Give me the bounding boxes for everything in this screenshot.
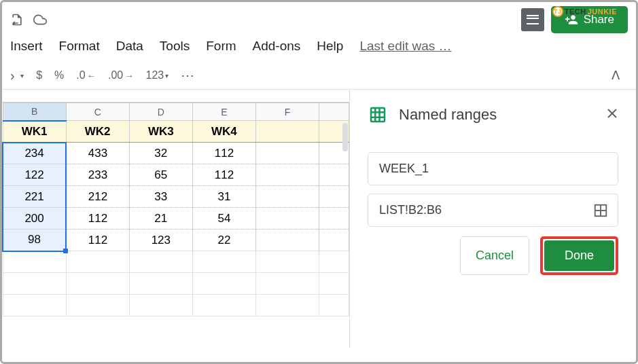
selection-handle[interactable]: [63, 249, 68, 253]
done-highlight: Done: [540, 236, 618, 275]
cell-f3[interactable]: [256, 164, 319, 186]
named-ranges-panel: Named ranges Cancel Done: [349, 90, 636, 348]
cancel-button[interactable]: Cancel: [460, 236, 529, 275]
cell-c5[interactable]: 112: [66, 208, 129, 230]
comment-history-button[interactable]: [521, 8, 544, 31]
toolbar-collapse-button[interactable]: ᐱ: [612, 68, 628, 83]
range-ref-input[interactable]: [378, 202, 593, 218]
range-ref-field[interactable]: [368, 194, 618, 227]
data-row-1: 234 433 32 112: [3, 143, 349, 164]
watermark-text-a: TECH: [565, 7, 586, 16]
watermark-logo: TJ TECHJUNKIE: [552, 6, 617, 17]
increase-decimal-button[interactable]: .00→: [108, 69, 134, 81]
cell-d3[interactable]: 65: [129, 164, 192, 186]
cloud-status-icon[interactable]: [32, 13, 48, 26]
cell-b5[interactable]: 200: [3, 208, 66, 230]
col-header-d[interactable]: D: [129, 103, 192, 121]
main-area: B C D E F WK1 WK2 WK3 WK4 234 433 32 112: [2, 90, 636, 348]
cell-b4[interactable]: 221: [3, 186, 66, 208]
watermark-text-b: JUNKIE: [588, 7, 617, 16]
number-format-dropdown[interactable]: 123▾: [146, 69, 169, 81]
decrease-decimal-button[interactable]: .0←: [76, 69, 96, 81]
cell-g3[interactable]: [319, 164, 349, 186]
col-header-c[interactable]: C: [66, 103, 129, 121]
col-header-b[interactable]: B: [3, 103, 66, 121]
done-button[interactable]: Done: [544, 240, 614, 271]
cell-c4[interactable]: 212: [66, 186, 129, 208]
cell-c3[interactable]: 233: [66, 164, 129, 186]
last-edit-link[interactable]: Last edit was …: [359, 39, 451, 54]
range-name-input[interactable]: [378, 161, 608, 177]
menu-format[interactable]: Format: [59, 39, 100, 54]
panel-buttons: Cancel Done: [368, 236, 618, 275]
menu-bar: Insert Format Data Tools Form Add-ons He…: [2, 33, 636, 62]
cell-b6[interactable]: 98: [3, 230, 66, 251]
column-header-row: B C D E F: [3, 103, 349, 121]
data-row-2: 122 233 65 112: [3, 164, 349, 186]
data-header-row: WK1 WK2 WK3 WK4: [3, 121, 349, 143]
toolbar-more-button[interactable]: ⋯: [181, 67, 196, 84]
data-row-3: 221 212 33 31: [3, 186, 349, 208]
close-panel-button[interactable]: [606, 106, 618, 124]
cell-f6[interactable]: [256, 230, 319, 251]
cell-f1[interactable]: [256, 121, 319, 143]
data-row-4: 200 112 21 54: [3, 208, 349, 230]
toolbar: › ▾ $ % .0← .00→ 123▾ ⋯ ᐱ: [2, 62, 636, 90]
cell-d2[interactable]: 32: [129, 143, 192, 164]
cell-e3[interactable]: 112: [192, 164, 255, 186]
cell-d6[interactable]: 123: [129, 230, 192, 251]
menu-data[interactable]: Data: [116, 39, 143, 54]
cell-g6[interactable]: [319, 230, 349, 251]
cell-d1[interactable]: WK3: [129, 121, 192, 143]
menu-insert[interactable]: Insert: [10, 39, 43, 54]
cell-b1[interactable]: WK1: [3, 121, 66, 143]
cell-c6[interactable]: 112: [66, 230, 129, 251]
cell-d4[interactable]: 33: [129, 186, 192, 208]
cell-g5[interactable]: [319, 208, 349, 230]
menu-help[interactable]: Help: [317, 39, 343, 54]
panel-title: Named ranges: [399, 106, 497, 124]
blank-row-1: [3, 251, 349, 273]
cell-e4[interactable]: 31: [192, 186, 255, 208]
cell-c1[interactable]: WK2: [66, 121, 129, 143]
close-icon: [606, 107, 618, 120]
cell-c2[interactable]: 433: [66, 143, 129, 164]
col-header-blank[interactable]: [319, 103, 349, 121]
cell-g4[interactable]: [319, 186, 349, 208]
blank-row-2: [3, 273, 349, 295]
titlebar: Share: [2, 2, 636, 33]
watermark-badge: TJ: [552, 6, 563, 17]
cell-d5[interactable]: 21: [129, 208, 192, 230]
cell-b2[interactable]: 234: [3, 143, 66, 164]
toolbar-dropdown[interactable]: › ▾: [10, 68, 24, 84]
cell-e5[interactable]: 54: [192, 208, 255, 230]
sheets-icon: [368, 105, 388, 125]
col-header-f[interactable]: F: [256, 103, 319, 121]
menu-tools[interactable]: Tools: [160, 39, 190, 54]
cell-f5[interactable]: [256, 208, 319, 230]
blank-row-3: [3, 295, 349, 316]
select-range-icon[interactable]: [593, 203, 608, 218]
cell-b3[interactable]: 122: [3, 164, 66, 186]
spreadsheet-grid[interactable]: B C D E F WK1 WK2 WK3 WK4 234 433 32 112: [2, 102, 349, 348]
format-percent-button[interactable]: %: [54, 69, 64, 81]
panel-header: Named ranges: [368, 105, 618, 125]
cell-f2[interactable]: [256, 143, 319, 164]
cell-e6[interactable]: 22: [192, 230, 255, 251]
menu-addons[interactable]: Add-ons: [253, 39, 301, 54]
cell-e2[interactable]: 112: [192, 143, 255, 164]
range-name-field[interactable]: [368, 152, 618, 185]
move-file-icon[interactable]: [10, 13, 24, 26]
format-currency-button[interactable]: $: [36, 69, 42, 81]
col-header-e[interactable]: E: [192, 103, 255, 121]
vertical-scrollbar-thumb[interactable]: [342, 123, 348, 151]
menu-form[interactable]: Form: [206, 39, 236, 54]
cell-e1[interactable]: WK4: [192, 121, 255, 143]
data-row-5: 98 112 123 22: [3, 230, 349, 251]
cell-f4[interactable]: [256, 186, 319, 208]
